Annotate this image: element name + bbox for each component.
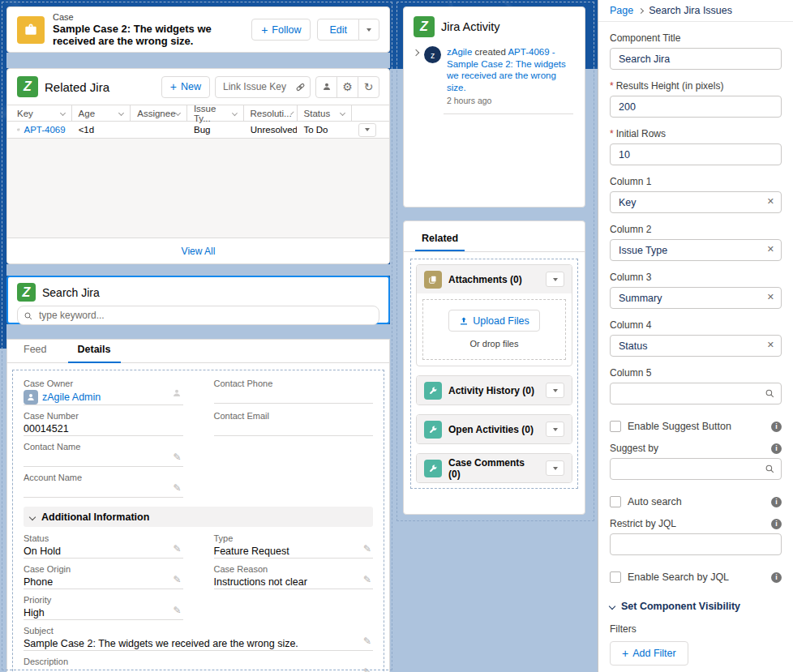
results-height-label: * Results Height (in pixels) xyxy=(610,80,782,92)
info-icon[interactable]: i xyxy=(771,497,782,507)
column-header-issue-type[interactable]: Issue Ty... xyxy=(187,105,244,121)
tab-related[interactable]: Related xyxy=(415,233,465,251)
chevron-down-icon xyxy=(60,110,66,116)
status-cell: To Do xyxy=(297,125,352,135)
chevron-right-icon[interactable] xyxy=(413,49,419,56)
enable-search-jql-checkbox[interactable] xyxy=(610,571,621,583)
edit-pencil-icon[interactable]: ✎ xyxy=(173,543,181,554)
component-title-input[interactable] xyxy=(610,48,782,70)
field-priority: Priority High ✎ xyxy=(24,595,183,621)
edit-pencil-icon[interactable]: ✎ xyxy=(173,605,181,616)
enable-suggest-row: Enable Suggest Button i xyxy=(610,421,782,432)
tab-details[interactable]: Details xyxy=(78,344,111,362)
refresh-button[interactable]: ↻ xyxy=(358,76,379,98)
edit-pencil-icon[interactable]: ✎ xyxy=(363,574,371,585)
section-additional-information[interactable]: Additional Information xyxy=(24,507,373,527)
edit-pencil-icon[interactable]: ✎ xyxy=(173,482,181,494)
column-header-age[interactable]: Age xyxy=(72,105,131,121)
clear-icon[interactable]: ✕ xyxy=(767,340,774,350)
column-5-input[interactable] xyxy=(610,383,782,404)
clear-icon[interactable]: ✕ xyxy=(767,292,774,302)
file-dropzone[interactable]: Upload Files Or drop files xyxy=(422,299,566,360)
restrict-jql-input[interactable] xyxy=(610,533,782,555)
column-header-key[interactable]: Key xyxy=(7,105,72,121)
upload-files-button[interactable]: Upload Files xyxy=(448,310,539,332)
follow-button[interactable]: + Follow xyxy=(251,19,311,41)
info-icon[interactable]: i xyxy=(771,443,782,454)
edit-label: Edit xyxy=(329,24,347,36)
resolution-cell: Unresolved xyxy=(244,125,298,135)
upload-label: Upload Files xyxy=(473,315,529,327)
settings-button[interactable]: ⚙ xyxy=(336,76,358,98)
tab-feed[interactable]: Feed xyxy=(24,344,47,362)
column-header-assignee[interactable]: Assignee xyxy=(131,105,187,121)
add-filter-label: Add Filter xyxy=(632,648,676,659)
column-2-input[interactable] xyxy=(610,239,782,261)
info-icon[interactable]: i xyxy=(771,519,782,529)
enable-search-jql-label: Enable Search by JQL xyxy=(628,571,729,583)
zagile-logo-glyph: Z xyxy=(23,285,31,300)
add-filter-button[interactable]: + Add Filter xyxy=(610,641,688,666)
field-case-origin: Case Origin Phone ✎ xyxy=(24,564,183,590)
breadcrumb-page-link[interactable]: Page xyxy=(610,5,633,16)
issue-key-cell: APT-4069 xyxy=(7,125,72,135)
keyword-search-input[interactable] xyxy=(17,306,379,325)
record-detail-panel: Feed Details Case Owner zAgile Admin Con… xyxy=(6,339,390,672)
issue-key-link[interactable]: APT-4069 xyxy=(24,125,66,135)
region-gap xyxy=(403,208,585,220)
column-4-input[interactable] xyxy=(610,335,782,357)
column-3-input[interactable] xyxy=(610,287,782,309)
column-3-label: Column 3 xyxy=(610,272,782,283)
initial-rows-input[interactable] xyxy=(610,143,782,165)
suggest-by-input[interactable] xyxy=(610,458,782,480)
chevron-down-icon xyxy=(553,428,558,431)
plus-icon: + xyxy=(622,648,628,659)
open-activities-menu-button[interactable] xyxy=(546,422,564,437)
edit-pencil-icon[interactable]: ✎ xyxy=(173,574,181,585)
new-issue-button[interactable]: + New xyxy=(161,76,210,98)
activity-history-menu-button[interactable] xyxy=(546,383,564,398)
edit-pencil-icon[interactable]: ✎ xyxy=(363,543,371,554)
edit-pencil-icon[interactable]: ✎ xyxy=(363,636,371,647)
external-link-icon[interactable] xyxy=(17,126,20,134)
attachments-card: Attachments (0) Upload Files Or drop fil… xyxy=(416,264,572,366)
enable-suggest-checkbox[interactable] xyxy=(610,421,621,432)
field-contact-name: Contact Name ✎ xyxy=(24,442,183,468)
edit-pencil-icon[interactable]: ✎ xyxy=(363,666,371,672)
results-height-input[interactable] xyxy=(610,96,782,118)
zagile-jira-icon: Z xyxy=(17,76,38,97)
activity-action: created xyxy=(475,47,506,57)
auto-search-checkbox[interactable] xyxy=(610,496,621,507)
view-all-link[interactable]: View All xyxy=(182,246,216,257)
attachments-icon xyxy=(424,271,442,289)
row-menu-button[interactable] xyxy=(358,123,376,137)
related-lists-region: Attachments (0) Upload Files Or drop fil… xyxy=(410,259,578,489)
attachments-menu-button[interactable] xyxy=(546,272,564,287)
more-actions-button[interactable] xyxy=(358,19,379,41)
edit-button[interactable]: Edit xyxy=(317,19,359,41)
field-case-reason: Case Reason Instructions not clear ✎ xyxy=(214,564,374,590)
info-icon[interactable]: i xyxy=(771,572,782,583)
change-owner-icon[interactable] xyxy=(172,387,182,401)
required-asterisk: * xyxy=(610,80,614,92)
actor-link[interactable]: zAgile xyxy=(447,47,472,57)
case-comments-menu-button[interactable] xyxy=(546,460,564,476)
case-owner-link[interactable]: zAgile Admin xyxy=(42,392,101,403)
info-icon[interactable]: i xyxy=(771,422,782,432)
edit-pencil-icon[interactable]: ✎ xyxy=(173,452,181,463)
column-header-resolution[interactable]: Resoluti... xyxy=(244,105,298,121)
case-icon xyxy=(17,16,45,44)
user-mapping-button[interactable] xyxy=(315,76,337,98)
search-jira-panel-selected[interactable]: Z Search Jira xyxy=(6,276,390,324)
activity-history-title: Activity History (0) xyxy=(448,385,539,396)
refresh-icon: ↻ xyxy=(364,81,374,92)
column-4-label: Column 4 xyxy=(610,319,782,331)
clear-icon[interactable]: ✕ xyxy=(767,244,774,255)
clear-icon[interactable]: ✕ xyxy=(767,196,774,207)
link-icon[interactable] xyxy=(295,81,306,96)
column-1-input[interactable] xyxy=(610,191,782,213)
new-label: New xyxy=(181,81,201,92)
activity-history-card: Activity History (0) xyxy=(416,375,572,405)
set-component-visibility-section[interactable]: Set Component Visibility xyxy=(610,601,782,612)
column-header-status[interactable]: Status xyxy=(298,105,353,121)
